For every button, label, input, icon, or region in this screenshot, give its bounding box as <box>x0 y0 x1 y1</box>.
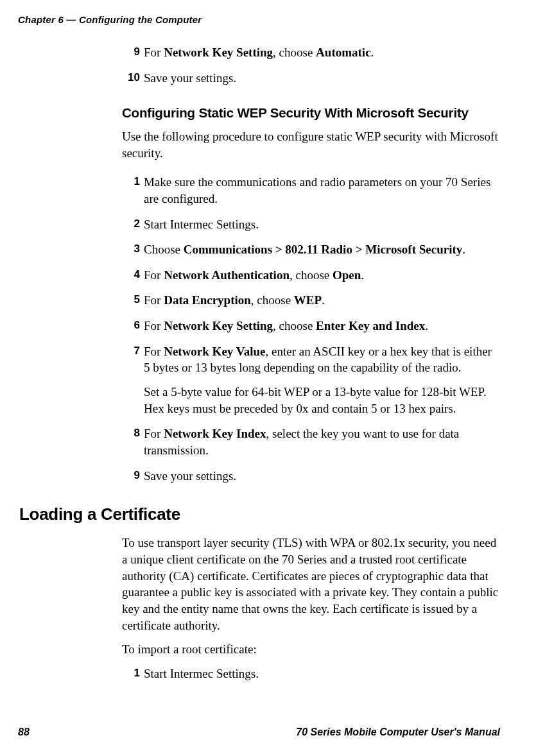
text-run: Choose <box>144 243 184 256</box>
list-item: 7For Network Key Value, enter an ASCII k… <box>122 343 500 417</box>
text-run: Communications > 802.11 Radio > Microsof… <box>184 243 463 256</box>
step-number: 1 <box>122 174 144 207</box>
content-block: 9For Network Key Setting, choose Automat… <box>122 44 500 682</box>
list-item: 8For Network Key Index, select the key y… <box>122 425 500 458</box>
list-item: 9For Network Key Setting, choose Automat… <box>122 44 500 61</box>
text-run: Start Intermec Settings. <box>144 667 259 680</box>
text-run: . <box>425 319 428 332</box>
step-text: Save your settings. <box>144 70 500 87</box>
text-run: Start Intermec Settings. <box>144 218 259 231</box>
step-text: For Network Authentication, choose Open. <box>144 267 500 284</box>
step-number: 2 <box>122 216 144 233</box>
step-text: For Network Key Value, enter an ASCII ke… <box>144 343 500 417</box>
step-number: 7 <box>122 343 144 417</box>
text-run: Data Encryption <box>164 293 251 307</box>
text-run: Save your settings. <box>144 469 236 483</box>
text-run: For <box>144 345 164 358</box>
intro-paragraph: Use the following procedure to configure… <box>122 128 500 161</box>
subheading: Configuring Static WEP Security With Mic… <box>122 104 500 122</box>
list-item: 10Save your settings. <box>122 70 500 87</box>
list-item: 9Save your settings. <box>122 468 500 485</box>
page-footer: 88 70 Series Mobile Computer User's Manu… <box>18 726 500 738</box>
text-run: . <box>322 293 325 307</box>
running-header: Chapter 6 — Configuring the Computer <box>18 14 500 25</box>
text-run: For <box>144 46 164 59</box>
text-run: Save your settings. <box>144 71 236 85</box>
cert-paragraph: To use transport layer security (TLS) wi… <box>122 535 500 633</box>
pre-steps-list: 9For Network Key Setting, choose Automat… <box>122 44 500 86</box>
text-run: . <box>462 243 465 256</box>
text-run: Network Key Setting <box>164 46 273 59</box>
text-run: For <box>144 293 164 307</box>
step-text: Save your settings. <box>144 468 500 485</box>
text-run: , choose <box>273 319 316 332</box>
step-number: 6 <box>122 318 144 334</box>
text-run: For <box>144 319 164 332</box>
list-item: 3Choose Communications > 802.11 Radio > … <box>122 241 500 258</box>
step-text: Make sure the communications and radio p… <box>144 174 500 207</box>
text-run: . <box>361 268 364 282</box>
list-item: 5For Data Encryption, choose WEP. <box>122 292 500 309</box>
list-item: 6For Network Key Setting, choose Enter K… <box>122 318 500 334</box>
page: Chapter 6 — Configuring the Computer 9Fo… <box>0 0 545 756</box>
text-run: WEP <box>294 293 322 307</box>
step-number: 9 <box>122 468 144 485</box>
text-run: , choose <box>251 293 294 307</box>
step-number: 10 <box>122 70 144 87</box>
page-number: 88 <box>18 726 30 738</box>
text-run: , choose <box>273 46 316 59</box>
step-number: 5 <box>122 292 144 309</box>
step-number: 1 <box>122 666 144 682</box>
text-run: Open <box>333 268 361 282</box>
step-text: Choose Communications > 802.11 Radio > M… <box>144 241 500 258</box>
step-number: 4 <box>122 267 144 284</box>
step-number: 3 <box>122 241 144 258</box>
list-item: 1Start Intermec Settings. <box>122 666 500 682</box>
list-item: 1Make sure the communications and radio … <box>122 174 500 207</box>
text-run: Automatic <box>316 46 370 59</box>
text-run: For <box>144 268 164 282</box>
text-run: For <box>144 427 164 440</box>
step-text: For Network Key Setting, choose Enter Ke… <box>144 318 500 334</box>
step-text: Start Intermec Settings. <box>144 666 500 682</box>
steps-list: 1Make sure the communications and radio … <box>122 174 500 484</box>
text-run: . <box>371 46 374 59</box>
step-text: Start Intermec Settings. <box>144 216 500 233</box>
main-heading: Loading a Certificate <box>19 503 500 526</box>
step-subtext: Set a 5-byte value for 64-bit WEP or a 1… <box>144 384 500 417</box>
text-run: , choose <box>290 268 333 282</box>
step-text: For Data Encryption, choose WEP. <box>144 292 500 309</box>
text-run: Network Authentication <box>164 268 290 282</box>
cert-steps-list: 1Start Intermec Settings. <box>122 666 500 682</box>
text-run: Network Key Value <box>164 345 265 358</box>
text-run: Network Key Setting <box>164 319 273 332</box>
step-text: For Network Key Index, select the key yo… <box>144 425 500 458</box>
text-run: Make sure the communications and radio p… <box>144 175 490 205</box>
list-item: 4For Network Authentication, choose Open… <box>122 267 500 284</box>
step-number: 8 <box>122 425 144 458</box>
step-text: For Network Key Setting, choose Automati… <box>144 44 500 61</box>
manual-title: 70 Series Mobile Computer User's Manual <box>296 726 500 738</box>
list-item: 2Start Intermec Settings. <box>122 216 500 233</box>
text-run: Enter Key and Index <box>316 319 425 332</box>
cert-import-line: To import a root certificate: <box>122 641 500 658</box>
step-number: 9 <box>122 44 144 61</box>
text-run: Network Key Index <box>164 427 266 440</box>
